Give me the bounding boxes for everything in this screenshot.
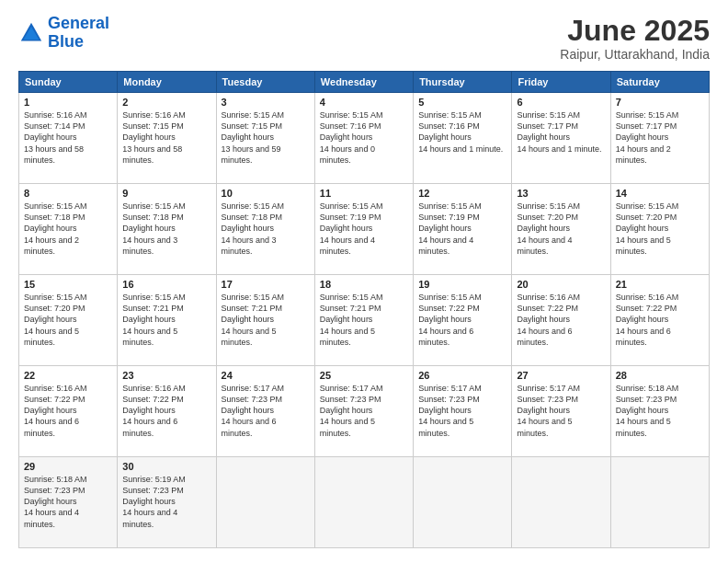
logo-icon (18, 20, 44, 46)
day-info: Sunrise: 5:15 AM Sunset: 7:16 PM Dayligh… (320, 109, 408, 166)
day-number: 4 (320, 97, 408, 108)
day-number: 21 (616, 279, 704, 290)
day-info: Sunrise: 5:15 AM Sunset: 7:18 PM Dayligh… (24, 201, 112, 257)
day-info: Sunrise: 5:16 AM Sunset: 7:22 PM Dayligh… (122, 383, 210, 439)
header: General Blue June 2025 Raipur, Uttarakha… (18, 15, 710, 62)
calendar-cell: 19 Sunrise: 5:15 AM Sunset: 7:22 PM Dayl… (414, 275, 512, 366)
day-number: 11 (320, 188, 408, 199)
logo-text: General Blue (48, 15, 109, 52)
day-info: Sunrise: 5:15 AM Sunset: 7:20 PM Dayligh… (24, 292, 112, 348)
calendar-cell (610, 457, 709, 548)
calendar-cell: 30 Sunrise: 5:19 AM Sunset: 7:23 PM Dayl… (118, 457, 216, 548)
calendar-cell: 7 Sunrise: 5:15 AM Sunset: 7:17 PM Dayli… (610, 93, 709, 184)
calendar-cell: 28 Sunrise: 5:18 AM Sunset: 7:23 PM Dayl… (610, 366, 709, 457)
calendar-cell: 9 Sunrise: 5:15 AM Sunset: 7:18 PM Dayli… (118, 184, 216, 275)
calendar-week-3: 15 Sunrise: 5:15 AM Sunset: 7:20 PM Dayl… (19, 275, 710, 366)
day-info: Sunrise: 5:17 AM Sunset: 7:23 PM Dayligh… (320, 383, 408, 439)
calendar-cell: 6 Sunrise: 5:15 AM Sunset: 7:17 PM Dayli… (512, 93, 610, 184)
day-number: 7 (616, 97, 704, 108)
calendar-cell: 10 Sunrise: 5:15 AM Sunset: 7:18 PM Dayl… (216, 184, 314, 275)
day-number: 30 (122, 461, 210, 472)
day-info: Sunrise: 5:17 AM Sunset: 7:23 PM Dayligh… (222, 383, 310, 439)
col-saturday: Saturday (610, 72, 709, 93)
day-number: 8 (24, 188, 112, 199)
calendar-cell: 8 Sunrise: 5:15 AM Sunset: 7:18 PM Dayli… (19, 184, 118, 275)
calendar-cell: 4 Sunrise: 5:15 AM Sunset: 7:16 PM Dayli… (314, 93, 413, 184)
calendar-week-5: 29 Sunrise: 5:18 AM Sunset: 7:23 PM Dayl… (19, 457, 710, 548)
day-info: Sunrise: 5:19 AM Sunset: 7:23 PM Dayligh… (122, 474, 210, 530)
day-info: Sunrise: 5:16 AM Sunset: 7:22 PM Dayligh… (24, 383, 112, 439)
day-number: 5 (418, 97, 506, 108)
calendar-cell: 23 Sunrise: 5:16 AM Sunset: 7:22 PM Dayl… (118, 366, 216, 457)
day-number: 17 (222, 279, 310, 290)
day-info: Sunrise: 5:18 AM Sunset: 7:23 PM Dayligh… (24, 474, 112, 530)
calendar-cell: 15 Sunrise: 5:15 AM Sunset: 7:20 PM Dayl… (19, 275, 118, 366)
calendar-table: Sunday Monday Tuesday Wednesday Thursday… (18, 71, 710, 548)
day-number: 6 (517, 97, 605, 108)
calendar-cell: 1 Sunrise: 5:16 AM Sunset: 7:14 PM Dayli… (19, 93, 118, 184)
day-number: 12 (418, 188, 506, 199)
calendar-body: 1 Sunrise: 5:16 AM Sunset: 7:14 PM Dayli… (19, 93, 710, 548)
calendar-cell: 3 Sunrise: 5:15 AM Sunset: 7:15 PM Dayli… (216, 93, 314, 184)
day-number: 19 (418, 279, 506, 290)
calendar-cell: 17 Sunrise: 5:15 AM Sunset: 7:21 PM Dayl… (216, 275, 314, 366)
day-number: 25 (320, 370, 408, 381)
day-number: 16 (122, 279, 210, 290)
calendar-cell: 11 Sunrise: 5:15 AM Sunset: 7:19 PM Dayl… (314, 184, 413, 275)
calendar-cell: 25 Sunrise: 5:17 AM Sunset: 7:23 PM Dayl… (314, 366, 413, 457)
calendar-week-4: 22 Sunrise: 5:16 AM Sunset: 7:22 PM Dayl… (19, 366, 710, 457)
day-number: 20 (517, 279, 605, 290)
day-number: 22 (24, 370, 112, 381)
day-info: Sunrise: 5:15 AM Sunset: 7:15 PM Dayligh… (222, 109, 310, 166)
day-info: Sunrise: 5:15 AM Sunset: 7:19 PM Dayligh… (320, 201, 408, 257)
day-info: Sunrise: 5:15 AM Sunset: 7:20 PM Dayligh… (616, 201, 704, 257)
day-number: 14 (616, 188, 704, 199)
day-number: 29 (24, 461, 112, 472)
header-row: Sunday Monday Tuesday Wednesday Thursday… (19, 72, 710, 93)
title-block: June 2025 Raipur, Uttarakhand, India (560, 15, 710, 62)
col-thursday: Thursday (414, 72, 512, 93)
calendar-cell: 21 Sunrise: 5:16 AM Sunset: 7:22 PM Dayl… (610, 275, 709, 366)
calendar-cell (216, 457, 314, 548)
day-number: 27 (517, 370, 605, 381)
main-title: June 2025 (560, 15, 710, 47)
col-wednesday: Wednesday (314, 72, 413, 93)
day-number: 18 (320, 279, 408, 290)
calendar-cell: 20 Sunrise: 5:16 AM Sunset: 7:22 PM Dayl… (512, 275, 610, 366)
day-info: Sunrise: 5:16 AM Sunset: 7:15 PM Dayligh… (122, 109, 210, 166)
day-info: Sunrise: 5:16 AM Sunset: 7:14 PM Dayligh… (24, 109, 112, 166)
col-tuesday: Tuesday (216, 72, 314, 93)
page: General Blue June 2025 Raipur, Uttarakha… (0, 0, 728, 563)
day-info: Sunrise: 5:15 AM Sunset: 7:18 PM Dayligh… (122, 201, 210, 257)
calendar-cell (314, 457, 413, 548)
day-number: 23 (122, 370, 210, 381)
calendar-cell: 26 Sunrise: 5:17 AM Sunset: 7:23 PM Dayl… (414, 366, 512, 457)
day-number: 13 (517, 188, 605, 199)
day-number: 10 (222, 188, 310, 199)
calendar-cell (414, 457, 512, 548)
day-number: 2 (122, 97, 210, 108)
calendar-cell: 24 Sunrise: 5:17 AM Sunset: 7:23 PM Dayl… (216, 366, 314, 457)
calendar-cell: 14 Sunrise: 5:15 AM Sunset: 7:20 PM Dayl… (610, 184, 709, 275)
day-info: Sunrise: 5:15 AM Sunset: 7:21 PM Dayligh… (320, 292, 408, 348)
day-info: Sunrise: 5:17 AM Sunset: 7:23 PM Dayligh… (418, 383, 506, 439)
day-info: Sunrise: 5:15 AM Sunset: 7:18 PM Dayligh… (222, 201, 310, 257)
day-number: 3 (222, 97, 310, 108)
day-info: Sunrise: 5:15 AM Sunset: 7:17 PM Dayligh… (517, 109, 605, 155)
day-info: Sunrise: 5:15 AM Sunset: 7:21 PM Dayligh… (222, 292, 310, 348)
calendar-cell: 12 Sunrise: 5:15 AM Sunset: 7:19 PM Dayl… (414, 184, 512, 275)
calendar-header: Sunday Monday Tuesday Wednesday Thursday… (19, 72, 710, 93)
logo: General Blue (18, 15, 109, 52)
col-friday: Friday (512, 72, 610, 93)
calendar-cell: 29 Sunrise: 5:18 AM Sunset: 7:23 PM Dayl… (19, 457, 118, 548)
day-info: Sunrise: 5:18 AM Sunset: 7:23 PM Dayligh… (616, 383, 704, 439)
day-info: Sunrise: 5:15 AM Sunset: 7:17 PM Dayligh… (616, 109, 704, 166)
col-monday: Monday (118, 72, 216, 93)
calendar-cell: 13 Sunrise: 5:15 AM Sunset: 7:20 PM Dayl… (512, 184, 610, 275)
day-info: Sunrise: 5:15 AM Sunset: 7:16 PM Dayligh… (418, 109, 506, 155)
day-number: 28 (616, 370, 704, 381)
day-number: 1 (24, 97, 112, 108)
calendar-cell: 16 Sunrise: 5:15 AM Sunset: 7:21 PM Dayl… (118, 275, 216, 366)
day-info: Sunrise: 5:15 AM Sunset: 7:20 PM Dayligh… (517, 201, 605, 257)
day-number: 26 (418, 370, 506, 381)
